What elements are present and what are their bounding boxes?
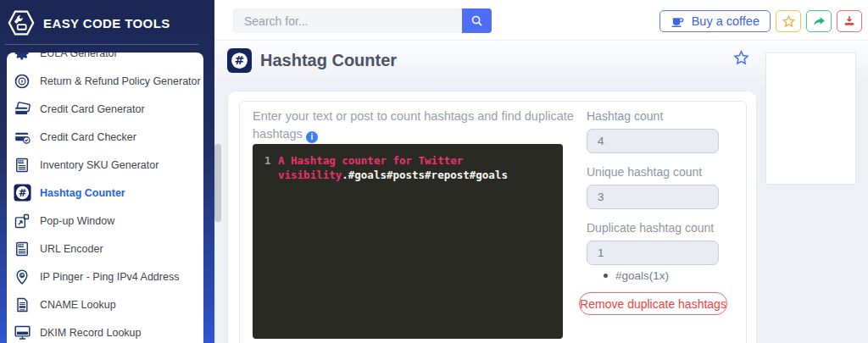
sidebar-item-eula-generator[interactable]: EULA Generator <box>7 53 203 67</box>
sidebar-item-label: Hashtag Counter <box>40 187 125 199</box>
hashtag-icon: # <box>12 183 32 203</box>
unique-hashtag-count-field[interactable]: 3 <box>587 185 719 209</box>
favorite-star-button[interactable] <box>776 10 801 32</box>
line-number: 1 <box>264 153 278 168</box>
cname-document-icon <box>12 295 32 315</box>
search-input[interactable] <box>233 8 462 33</box>
sidebar-nav-panel: EULA Generator Return & Refund Policy Ge… <box>7 53 203 343</box>
sku-document-icon: SKU <box>12 155 32 175</box>
tool-inner-panel: Enter your text or post to count hashtag… <box>239 101 747 343</box>
download-icon <box>843 14 856 28</box>
sidebar-item-cname-lookup[interactable]: CNAME Lookup <box>7 290 203 318</box>
hashtag-count-label: Hashtag count <box>587 109 663 123</box>
svg-text:#: # <box>235 54 245 68</box>
info-icon[interactable]: i <box>306 131 318 143</box>
page-title: Hashtag Counter <box>260 51 397 70</box>
sidebar-item-credit-card-generator[interactable]: Credit Card Generator <box>7 95 203 123</box>
instruction-label: Enter your text or post to count hashtag… <box>253 109 574 141</box>
sidebar-item-label: DKIM Record Lookup <box>40 327 142 339</box>
sidebar-divider <box>5 44 198 45</box>
share-button[interactable] <box>806 10 832 32</box>
star-outline-icon <box>732 49 750 67</box>
duplicate-hashtag-count-field[interactable]: 1 <box>587 241 719 265</box>
sidebar-item-label: URL Encoder <box>40 243 103 255</box>
unique-hashtag-count-label: Unique hashtag count <box>587 165 702 179</box>
favorite-tool-star-button[interactable] <box>732 49 750 70</box>
sidebar-item-dkim-record-lookup[interactable]: DKIM Record Lookup <box>7 318 203 343</box>
code-text-white: .#goals#posts#repost#goals <box>342 169 508 181</box>
sidebar-item-inventory-sku-generator[interactable]: SKU Inventory SKU Generator <box>7 151 203 179</box>
code-text-red: A Hashtag counter for Twitter <box>278 153 463 168</box>
text-editor[interactable]: 1 A Hashtag counter for Twitter visibili… <box>253 144 563 339</box>
brand-logo[interactable]: EASY CODE TOOLS <box>7 7 209 39</box>
sidebar-item-label: Inventory SKU Generator <box>40 159 159 171</box>
sidebar-item-label: Return & Refund Policy Generator <box>40 75 201 87</box>
tool-card: Enter your text or post to count hashtag… <box>227 91 757 343</box>
sidebar-item-label: IP Pinger - Ping IPv4 Address <box>40 271 179 283</box>
ad-placeholder <box>765 53 856 185</box>
download-button[interactable] <box>837 10 862 32</box>
sidebar-item-label: Credit Card Generator <box>40 103 145 115</box>
svg-text:#: # <box>18 187 26 199</box>
search-icon <box>470 14 483 27</box>
sidebar-item-label: EULA Generator <box>40 53 118 59</box>
search-button[interactable] <box>462 8 492 33</box>
refund-policy-icon <box>12 71 32 91</box>
bullet-dot <box>604 274 608 278</box>
sidebar-item-popup-window[interactable]: Pop-up Window <box>7 207 203 235</box>
url-document-icon: URL <box>12 239 32 259</box>
credit-cards-icon <box>12 99 32 119</box>
code-text-red: visibility <box>278 169 342 181</box>
sidebar-item-label: Credit Card Checker <box>40 131 136 143</box>
sidebar-item-ip-pinger[interactable]: IP IP Pinger - Ping IPv4 Address <box>7 263 203 290</box>
sidebar-item-url-encoder[interactable]: URL URL Encoder <box>7 235 203 263</box>
search-group <box>233 8 492 33</box>
hashtag-tool-icon: # <box>227 48 252 73</box>
duplicate-list-item: #goals(1x) <box>604 269 669 282</box>
sidebar-item-hashtag-counter[interactable]: # Hashtag Counter <box>7 179 203 207</box>
hexagon-wrench-logo-icon <box>7 8 36 37</box>
buy-coffee-button[interactable]: Buy a coffee <box>659 10 771 32</box>
sidebar-item-label: CNAME Lookup <box>40 299 116 311</box>
sidebar-item-credit-card-checker[interactable]: Credit Card Checker <box>7 123 203 151</box>
topbar: Buy a coffee <box>214 0 868 41</box>
sidebar-scrollbar-thumb[interactable] <box>214 144 221 222</box>
topbar-actions: Buy a coffee <box>659 10 862 32</box>
card-check-icon <box>12 127 32 147</box>
svg-text:SKU: SKU <box>19 160 25 163</box>
coffee-cup-icon <box>670 15 685 28</box>
buy-coffee-label: Buy a coffee <box>692 14 760 28</box>
brand-name: EASY CODE TOOLS <box>43 16 170 30</box>
svg-text:IP: IP <box>20 274 24 277</box>
duplicate-hashtag-text: #goals(1x) <box>615 269 669 282</box>
svg-text:URL: URL <box>19 244 25 247</box>
star-icon <box>782 14 796 29</box>
sidebar: EASY CODE TOOLS EULA Generator Return & … <box>0 0 214 343</box>
dkim-monitor-icon <box>12 323 32 343</box>
ip-pin-icon: IP <box>12 267 32 287</box>
duplicate-hashtag-count-label: Duplicate hashtag count <box>587 221 714 235</box>
gear-icon <box>12 53 32 64</box>
share-arrow-icon <box>812 14 826 29</box>
sidebar-item-return-refund-policy[interactable]: Return & Refund Policy Generator <box>7 67 203 95</box>
remove-duplicates-button[interactable]: Remove duplicate hashtags <box>579 292 727 315</box>
editor-line-2: visibility.#goals#posts#repost#goals <box>264 168 554 182</box>
editor-line-1: 1 A Hashtag counter for Twitter <box>264 153 554 168</box>
instruction-text: Enter your text or post to count hashtag… <box>253 108 592 143</box>
sidebar-item-label: Pop-up Window <box>40 215 114 227</box>
popup-window-icon <box>12 211 32 231</box>
hashtag-count-field[interactable]: 4 <box>587 129 719 153</box>
